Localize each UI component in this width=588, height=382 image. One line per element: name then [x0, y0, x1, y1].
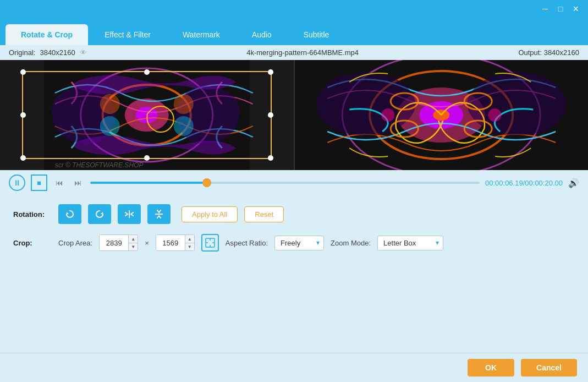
- time-display: 00:00:06.19/00:00:20.00: [485, 179, 563, 187]
- reset-button[interactable]: Reset: [244, 206, 284, 222]
- volume-icon[interactable]: 🔊: [568, 178, 579, 188]
- crop-width-input-wrap: ▲ ▼: [99, 234, 138, 251]
- svg-point-10: [174, 116, 194, 136]
- svg-marker-24: [67, 212, 69, 214]
- original-video-panel: scr © THESOFTWARE.SHOP: [0, 60, 294, 170]
- next-frame-button[interactable]: ⏭: [72, 176, 85, 189]
- minimize-button[interactable]: ─: [537, 3, 553, 15]
- rotation-row: Rotation:: [13, 204, 575, 224]
- flip-horizontal-button[interactable]: [118, 204, 141, 224]
- stop-button[interactable]: ⏹: [31, 174, 47, 191]
- eye-icon[interactable]: 👁: [80, 48, 87, 57]
- crop-height-input-wrap: ▲ ▼: [156, 234, 195, 251]
- original-label: Original:: [9, 48, 35, 57]
- prev-frame-button[interactable]: ⏮: [53, 176, 66, 189]
- tab-watermark[interactable]: Watermark: [167, 24, 235, 45]
- svg-point-7: [100, 94, 120, 114]
- svg-point-23: [488, 108, 501, 122]
- pause-button[interactable]: ⏸: [9, 174, 25, 191]
- aspect-ratio-label: Aspect Ratio:: [226, 239, 268, 247]
- svg-point-9: [100, 116, 120, 136]
- zoom-mode-select-wrap: Letter Box Pan & Scan Full: [377, 236, 443, 250]
- progress-thumb[interactable]: [202, 178, 211, 187]
- crop-area-label: Crop Area:: [58, 239, 92, 247]
- crop-row: Crop: Crop Area: ▲ ▼ × ▲ ▼: [13, 234, 575, 252]
- aspect-ratio-select-wrap: Freely 16:9 4:3 1:1 9:16: [274, 236, 324, 250]
- tabs-bar: Rotate & Crop Effect & Filter Watermark …: [0, 18, 588, 45]
- tab-subtitle[interactable]: Subtitle: [288, 24, 345, 45]
- svg-point-8: [174, 94, 194, 114]
- svg-point-22: [381, 108, 394, 122]
- ok-button[interactable]: OK: [468, 359, 514, 376]
- crop-height-up[interactable]: ▲: [185, 235, 194, 243]
- crop-width-input[interactable]: [100, 235, 128, 250]
- aspect-ratio-select[interactable]: Freely 16:9 4:3 1:1 9:16: [274, 236, 324, 250]
- svg-marker-25: [101, 212, 103, 214]
- controls-area: Rotation:: [0, 195, 588, 353]
- tab-effect-filter[interactable]: Effect & Filter: [89, 24, 166, 45]
- original-resolution: 3840x2160: [40, 48, 75, 57]
- info-bar: Original: 3840x2160 👁 4k-merging-pattern…: [0, 45, 588, 60]
- tab-rotate-crop[interactable]: Rotate & Crop: [6, 24, 88, 45]
- rotate-cw90-button[interactable]: [88, 204, 111, 224]
- svg-text:scr © THESOFTWARE.SHOP: scr © THESOFTWARE.SHOP: [55, 161, 144, 169]
- crop-height-input[interactable]: [156, 235, 185, 250]
- svg-rect-2: [250, 60, 294, 170]
- video-panels: scr © THESOFTWARE.SHOP: [0, 60, 588, 170]
- close-button[interactable]: ✕: [568, 3, 584, 15]
- crop-width-down[interactable]: ▼: [129, 243, 138, 250]
- current-time: 00:00:06.19: [485, 179, 523, 187]
- rotate-ccw90-button[interactable]: [58, 204, 81, 224]
- crop-width-up[interactable]: ▲: [129, 235, 138, 243]
- bottom-bar: OK Cancel: [0, 353, 588, 382]
- zoom-mode-label: Zoom Mode:: [331, 239, 371, 247]
- playback-bar: ⏸ ⏹ ⏮ ⏭ 00:00:06.19/00:00:20.00 🔊: [0, 170, 588, 195]
- crop-height-spinners: ▲ ▼: [185, 235, 194, 250]
- svg-rect-1: [0, 60, 44, 170]
- progress-fill: [90, 182, 207, 184]
- total-time: 00:00:20.00: [525, 179, 563, 187]
- filename: 4k-merging-pattern-664MBME.mp4: [87, 48, 519, 57]
- center-crop-button[interactable]: [201, 234, 219, 252]
- rotation-label: Rotation:: [13, 210, 52, 219]
- crop-label: Crop:: [13, 239, 52, 247]
- x-separator: ×: [145, 239, 149, 247]
- crop-width-spinners: ▲ ▼: [128, 235, 138, 250]
- content-area: Original: 3840x2160 👁 4k-merging-pattern…: [0, 45, 588, 382]
- cancel-button[interactable]: Cancel: [521, 359, 577, 376]
- info-right: Output: 3840x2160: [518, 48, 579, 57]
- apply-to-all-button[interactable]: Apply to All: [182, 206, 238, 222]
- flip-vertical-button[interactable]: [147, 204, 171, 224]
- zoom-mode-select[interactable]: Letter Box Pan & Scan Full: [377, 236, 443, 250]
- title-bar: ─ □ ✕: [0, 0, 588, 18]
- tab-audio[interactable]: Audio: [237, 24, 287, 45]
- output-label: Output:: [518, 48, 542, 57]
- maximize-button[interactable]: □: [553, 3, 568, 15]
- info-left: Original: 3840x2160 👁: [9, 48, 87, 57]
- output-resolution: 3840x2160: [544, 48, 579, 57]
- progress-track[interactable]: [90, 182, 480, 184]
- crop-height-down[interactable]: ▼: [185, 243, 194, 250]
- output-video-panel: [294, 60, 589, 170]
